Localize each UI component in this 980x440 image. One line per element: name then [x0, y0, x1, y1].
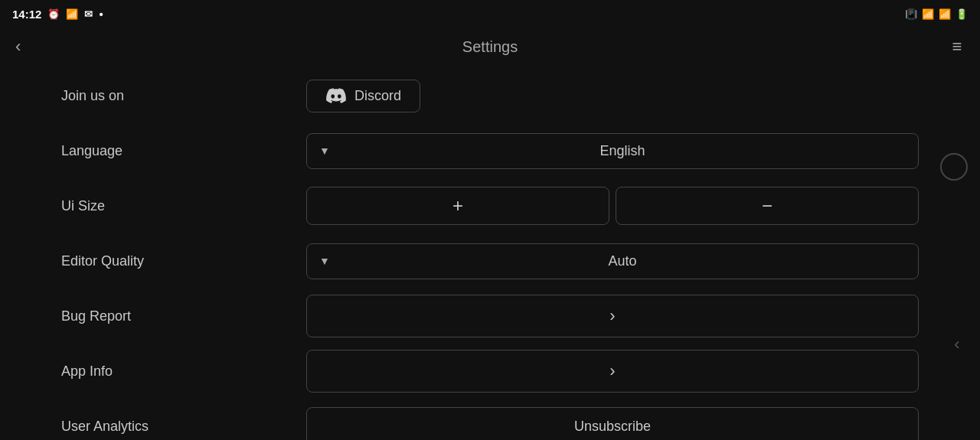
- app-info-arrow-icon: ›: [609, 361, 615, 381]
- discord-button[interactable]: Discord: [306, 80, 420, 112]
- bug-report-button[interactable]: ›: [306, 295, 919, 337]
- ui-size-decrease-button[interactable]: −: [616, 187, 919, 225]
- right-back-button[interactable]: ‹: [942, 329, 972, 360]
- settings-header: ‹ Settings ≡: [0, 28, 980, 66]
- ui-size-row: Ui Size + −: [61, 184, 919, 228]
- editor-quality-value: Auto: [339, 253, 906, 269]
- user-analytics-label: User Analytics: [61, 419, 306, 435]
- unsubscribe-button[interactable]: Unsubscribe: [306, 407, 919, 441]
- ui-size-buttons: + −: [306, 187, 919, 225]
- signal-icon: 📶: [939, 8, 951, 20]
- wifi-icon: 📶: [922, 8, 934, 20]
- user-analytics-control: Unsubscribe: [306, 407, 919, 441]
- editor-quality-dropdown[interactable]: ▼ Auto: [306, 243, 919, 279]
- ui-size-label: Ui Size: [61, 198, 306, 214]
- dot-indicator: •: [99, 8, 103, 21]
- join-us-control: Discord: [306, 80, 919, 112]
- time-display: 14:12: [12, 8, 41, 21]
- discord-label: Discord: [354, 88, 401, 104]
- user-analytics-row: User Analytics Unsubscribe: [61, 404, 919, 440]
- mail-icon: ✉: [84, 8, 93, 20]
- language-control: ▼ English: [306, 133, 919, 169]
- back-button[interactable]: ‹: [15, 38, 21, 55]
- unsubscribe-label: Unsubscribe: [574, 419, 651, 435]
- editor-quality-arrow: ▼: [319, 255, 330, 267]
- alarm-icon: ⏰: [47, 8, 60, 20]
- settings-content: Join us on Discord Language ▼ English Ui…: [0, 66, 980, 440]
- join-us-row: Join us on Discord: [61, 73, 919, 118]
- language-dropdown[interactable]: ▼ English: [306, 133, 919, 169]
- language-dropdown-arrow: ▼: [319, 145, 330, 157]
- battery-icon: 🔋: [956, 8, 968, 20]
- editor-quality-control: ▼ Auto: [306, 243, 919, 279]
- editor-quality-row: Editor Quality ▼ Auto: [61, 239, 919, 283]
- status-bar: 14:12 ⏰ 📶 ✉ • 📳 📶 📶 🔋: [0, 0, 980, 28]
- ui-size-control: + −: [306, 187, 919, 225]
- vibrate-icon: 📳: [905, 8, 917, 20]
- editor-quality-label: Editor Quality: [61, 253, 306, 269]
- discord-icon: [325, 88, 347, 103]
- language-row: Language ▼ English: [61, 129, 919, 173]
- app-info-control: ›: [306, 350, 919, 393]
- status-left: 14:12 ⏰ 📶 ✉ •: [12, 8, 103, 21]
- bug-report-arrow-icon: ›: [609, 306, 615, 326]
- bug-report-label: Bug Report: [61, 308, 306, 324]
- sim-icon: 📶: [66, 8, 78, 20]
- join-us-label: Join us on: [61, 88, 306, 104]
- ui-size-increase-button[interactable]: +: [306, 187, 609, 225]
- app-info-button[interactable]: ›: [306, 350, 919, 393]
- language-label: Language: [61, 143, 306, 159]
- bug-report-control: ›: [306, 295, 919, 337]
- app-info-label: App Info: [61, 363, 306, 380]
- circle-button[interactable]: [940, 153, 968, 181]
- bug-report-row: Bug Report ›: [61, 294, 919, 338]
- language-value: English: [339, 143, 906, 159]
- status-right: 📳 📶 📶 🔋: [905, 8, 968, 20]
- menu-button[interactable]: ≡: [942, 31, 972, 62]
- right-side-panel: [940, 153, 968, 181]
- app-info-row: App Info ›: [61, 349, 919, 393]
- right-back-button-container: ‹: [942, 329, 972, 360]
- page-title: Settings: [462, 38, 518, 56]
